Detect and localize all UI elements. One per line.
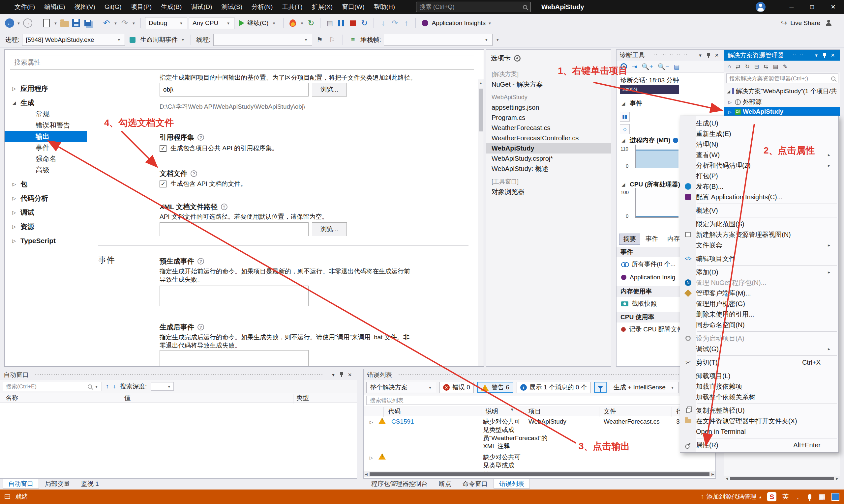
tab-list-item[interactable]: [工具窗口]: [486, 177, 611, 187]
redo-icon[interactable]: ↷: [120, 17, 130, 29]
pause-updates-button[interactable]: ▮▮: [620, 112, 630, 122]
tab-list-item[interactable]: WebApiStudy: 概述: [486, 164, 611, 174]
row-expander-icon[interactable]: ▷: [369, 418, 373, 426]
chevron-down-icon[interactable]: ▾: [131, 21, 136, 26]
tool-window-tab[interactable]: 断点: [433, 479, 457, 488]
context-menu-item[interactable]: 重新生成(E): [680, 128, 839, 139]
export-icon[interactable]: ⇥: [632, 63, 637, 71]
search-down-icon[interactable]: ↓: [113, 383, 116, 390]
column-value[interactable]: 值: [124, 394, 131, 402]
menu-item[interactable]: 项目(P): [126, 3, 156, 10]
ime-punctuation-indicator[interactable]: ，: [795, 492, 801, 501]
drag-handle[interactable]: [651, 54, 691, 57]
properties-nav-item[interactable]: ▷ 代码分析: [5, 193, 87, 204]
minimize-button[interactable]: ─: [781, 0, 802, 14]
sort-icon[interactable]: ▼: [510, 407, 514, 412]
break-all-icon[interactable]: [338, 20, 344, 26]
scrollbar-thumb[interactable]: [479, 89, 483, 131]
error-row[interactable]: ▷ 缺少对公共可见类型或成员“WeatherF: [364, 452, 716, 471]
help-icon[interactable]: [197, 324, 204, 330]
save-icon[interactable]: [72, 19, 80, 27]
context-menu-item[interactable]: 概述(V): [680, 205, 839, 216]
scrollbar-thumb[interactable]: [730, 476, 834, 480]
expander-icon[interactable]: ▷: [727, 109, 733, 114]
column-project[interactable]: 项目: [529, 407, 541, 416]
drag-handle[interactable]: [35, 373, 324, 376]
gear-icon[interactable]: [514, 55, 521, 61]
menu-item[interactable]: Git(G): [100, 3, 126, 10]
properties-search-input[interactable]: [10, 55, 474, 70]
reference-assembly-option[interactable]: 生成包含项目公共 API 的引用程序集。: [159, 144, 278, 152]
add-to-source-control-button[interactable]: ↑ 添加到源代码管理 ▴: [701, 492, 761, 501]
prebuild-command-input[interactable]: [159, 286, 309, 306]
save-all-icon[interactable]: [84, 20, 91, 26]
take-snapshot-button[interactable]: 截取快照: [621, 300, 657, 308]
tool-window-tab[interactable]: 局部变量: [39, 479, 75, 488]
scroll-left-icon[interactable]: ◀: [726, 476, 728, 480]
autos-search-box[interactable]: 搜索(Ctrl+E) ▾: [3, 382, 102, 391]
marker-button[interactable]: ◇: [620, 124, 630, 134]
refresh-icon[interactable]: ↻: [745, 63, 750, 70]
window-position-icon[interactable]: ▾: [330, 372, 337, 378]
tab-list-item[interactable]: WeatherForecastController.cs: [486, 133, 611, 143]
restore-panels-icon[interactable]: [5, 494, 10, 499]
microphone-icon[interactable]: [808, 494, 811, 499]
tab-list-item[interactable]: WebApiStudy.csproj*: [486, 154, 611, 164]
filter-button[interactable]: [594, 382, 607, 393]
tool-window-tab[interactable]: 监视 1: [76, 479, 104, 488]
restart-debugging-icon[interactable]: ↻: [359, 17, 369, 29]
events-list-icon[interactable]: ▤: [325, 17, 334, 29]
close-icon[interactable]: ✕: [713, 52, 720, 58]
step-over-icon[interactable]: ↷: [390, 17, 400, 29]
search-up-icon[interactable]: ↑: [106, 383, 109, 390]
navigate-forward-icon[interactable]: →: [23, 18, 32, 28]
context-menu-item[interactable]: 卸载项目(L): [680, 371, 839, 381]
zoom-in-icon[interactable]: 🔍+: [641, 63, 653, 71]
context-menu-item[interactable]: 限定为此范围(S): [680, 219, 839, 229]
properties-nav-item[interactable]: 常规: [5, 108, 87, 120]
stop-debugging-icon[interactable]: [350, 20, 356, 26]
pin-icon[interactable]: [340, 372, 344, 378]
checkbox-checked-icon[interactable]: [159, 145, 167, 152]
context-menu-item[interactable]: 复制完整路径(U): [680, 405, 839, 416]
horizontal-scrollbar[interactable]: ◀ ▶: [724, 476, 840, 481]
menu-item[interactable]: 窗口(W): [337, 3, 369, 10]
continue-button[interactable]: 继续(C) ▾: [236, 17, 279, 29]
properties-nav-item[interactable]: 输出: [5, 131, 87, 142]
properties-nav-item[interactable]: 强命名: [5, 153, 87, 164]
context-menu-item[interactable]: 在文件资源管理器中打开文件夹(X): [680, 416, 839, 426]
timeline-bar[interactable]: 18:00分: [620, 85, 679, 94]
thread-dropdown[interactable]: ▾: [213, 34, 312, 46]
errors-filter-button[interactable]: 错误 0: [440, 382, 474, 393]
help-icon[interactable]: [197, 258, 204, 265]
tab-list-item[interactable]: WebApiStudy: [486, 143, 611, 154]
context-menu-item[interactable]: 加载整个依赖关系树: [680, 392, 839, 402]
context-menu-item[interactable]: 文件嵌套: [680, 240, 839, 250]
properties-nav-item[interactable]: 错误和警告: [5, 120, 87, 131]
base-output-input[interactable]: [159, 83, 309, 96]
zoom-out-icon[interactable]: 🔍−: [658, 63, 669, 71]
switch-views-icon[interactable]: ⇄: [736, 63, 740, 70]
horizontal-scrollbar[interactable]: ◀ ▶: [364, 471, 716, 476]
chart-icon[interactable]: ▤: [674, 63, 680, 71]
context-menu-item[interactable]: 同步命名空间(N): [680, 320, 839, 330]
touch-keyboard-icon[interactable]: ▦: [819, 492, 826, 501]
diagnostics-tab[interactable]: 事件: [641, 234, 662, 245]
solution-configuration-dropdown[interactable]: Debug▾: [145, 17, 187, 29]
step-out-icon[interactable]: ↑: [401, 17, 411, 29]
properties-nav-item[interactable]: 高级: [5, 164, 87, 176]
feedback-icon[interactable]: [825, 19, 832, 27]
column-code[interactable]: 代码: [388, 407, 400, 416]
properties-nav-item[interactable]: ▷ 资源: [5, 221, 87, 232]
vertical-scrollbar[interactable]: ▲: [478, 79, 484, 366]
context-menu-item[interactable]: 删除未使用的引用...: [680, 309, 839, 320]
menu-item[interactable]: 生成(B): [156, 3, 186, 10]
drag-handle[interactable]: [398, 373, 683, 376]
context-menu-item[interactable]: 添加(D): [680, 267, 839, 277]
s-logo-badge[interactable]: S: [767, 492, 776, 501]
navigate-back-icon[interactable]: ←: [5, 18, 14, 28]
menu-item[interactable]: 测试(S): [217, 3, 247, 10]
scroll-right-icon[interactable]: ▶: [836, 476, 839, 480]
tab-list-item[interactable]: appsettings.json: [486, 103, 611, 113]
help-icon[interactable]: [197, 134, 204, 141]
